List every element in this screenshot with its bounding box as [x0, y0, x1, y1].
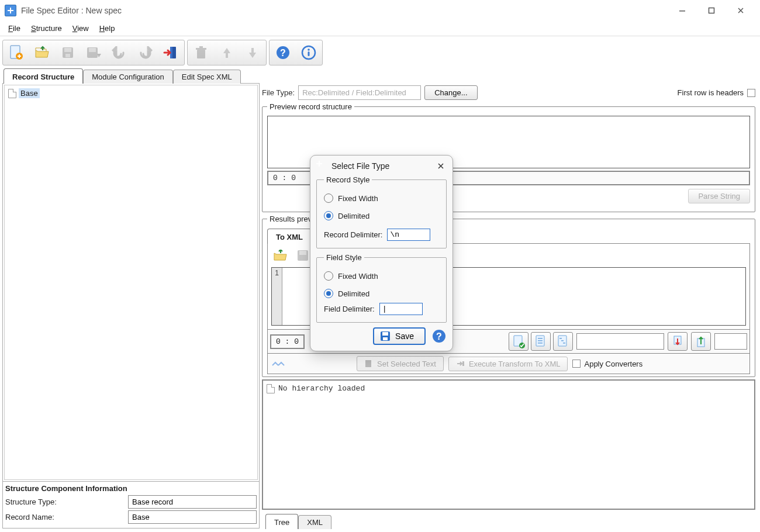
tab-to-xml[interactable]: To XML: [267, 229, 312, 244]
structure-type-label: Structure Type:: [5, 498, 128, 506]
redo-icon[interactable]: [133, 42, 157, 64]
svg-rect-33: [561, 340, 564, 341]
preview-legend: Preview record structure: [267, 102, 354, 111]
record-delimiter-label: Record Delimiter:: [324, 230, 382, 239]
svg-rect-10: [65, 54, 70, 57]
record-fixed-width-radio[interactable]: Fixed Width: [324, 194, 440, 203]
move-up-icon[interactable]: [215, 42, 239, 64]
svg-rect-43: [383, 337, 388, 340]
dialog-title: Select File Type: [331, 161, 389, 171]
hierarchy-panel[interactable]: No hierarchy loaded: [262, 379, 755, 510]
field-fixed-width-radio[interactable]: Fixed Width: [324, 271, 440, 281]
tab-module-configuration[interactable]: Module Configuration: [83, 70, 173, 84]
menu-help[interactable]: Help: [95, 22, 120, 34]
svg-rect-22: [308, 51, 310, 56]
close-button[interactable]: [726, 1, 755, 20]
tree-view[interactable]: Base: [4, 85, 258, 480]
record-style-group: Record Style Fixed Width Delimited Recor…: [316, 175, 447, 248]
delete-icon[interactable]: [189, 42, 213, 64]
document-icon: [267, 384, 275, 393]
app-icon: [316, 161, 327, 171]
window-title: File Spec Editor : New spec: [21, 6, 122, 15]
svg-rect-34: [563, 343, 565, 344]
svg-rect-15: [197, 50, 205, 58]
tab-record-structure[interactable]: Record Structure: [4, 68, 83, 84]
field-delimited-radio[interactable]: Delimited: [324, 289, 440, 298]
select-file-type-dialog: Select File Type Record Style Fixed Widt…: [310, 155, 453, 351]
first-row-headers-checkbox[interactable]: [747, 89, 755, 97]
results-open-icon[interactable]: [271, 247, 290, 264]
toolbar-group-file: [2, 40, 185, 65]
menubar: File Structure View Help: [0, 21, 760, 36]
minimize-button[interactable]: [668, 1, 697, 20]
change-button[interactable]: Change...: [424, 85, 477, 100]
help-icon[interactable]: ?: [271, 42, 295, 64]
structure-info-header: Structure Component Information: [5, 484, 257, 495]
upload-icon[interactable]: [691, 332, 711, 351]
move-down-icon[interactable]: [240, 42, 265, 64]
svg-point-21: [308, 49, 310, 51]
record-delimiter-input[interactable]: [387, 229, 430, 241]
grid-row-header: 1: [272, 268, 282, 325]
titlebar: File Spec Editor : New spec: [0, 0, 760, 21]
new-file-icon[interactable]: [4, 42, 29, 64]
set-selected-text-button[interactable]: Set Selected Text: [357, 356, 444, 371]
dialog-help-icon[interactable]: ?: [431, 329, 447, 344]
dialog-save-button[interactable]: Save: [373, 327, 426, 345]
svg-rect-29: [538, 340, 543, 341]
file-type-label: File Type:: [262, 88, 295, 97]
first-row-headers-label: First row is headers: [678, 88, 744, 97]
svg-rect-28: [538, 338, 543, 339]
menu-view[interactable]: View: [68, 22, 94, 34]
file-type-field: [298, 85, 421, 100]
result-action-icon-3[interactable]: [553, 332, 573, 351]
structure-type-field[interactable]: [128, 495, 257, 509]
parse-string-button[interactable]: Parse String: [688, 189, 750, 203]
result-action-icon-2[interactable]: [531, 332, 551, 351]
maximize-button[interactable]: [697, 1, 726, 20]
execute-transform-button[interactable]: Execute Transform To XML: [448, 357, 568, 371]
tab-edit-spec-xml[interactable]: Edit Spec XML: [173, 70, 241, 84]
open-file-icon[interactable]: [30, 42, 54, 64]
result-action-icon-1[interactable]: [509, 332, 528, 351]
svg-rect-3: [709, 8, 714, 13]
toolbar: ?: [0, 36, 760, 67]
svg-rect-2: [679, 11, 685, 12]
undo-icon[interactable]: [107, 42, 132, 64]
svg-rect-1: [10, 8, 11, 13]
save-icon[interactable]: [56, 42, 80, 64]
svg-rect-24: [299, 251, 306, 255]
info-icon[interactable]: [296, 42, 321, 64]
save-as-icon[interactable]: [81, 42, 106, 64]
field-style-legend: Field Style: [324, 253, 364, 262]
tab-tree[interactable]: Tree: [265, 514, 298, 529]
collapse-handle-icon[interactable]: [270, 360, 286, 367]
results-count-input[interactable]: [714, 333, 747, 350]
save-icon: [380, 331, 391, 341]
svg-rect-32: [559, 338, 562, 339]
tree-node-base[interactable]: Base: [7, 88, 255, 99]
svg-rect-37: [365, 360, 371, 367]
record-name-field[interactable]: [128, 510, 257, 524]
menu-structure[interactable]: Structure: [26, 22, 67, 34]
dialog-close-button[interactable]: [435, 160, 447, 172]
tab-xml[interactable]: XML: [298, 515, 331, 529]
field-delimiter-label: Field Delimiter:: [324, 305, 375, 313]
document-icon: [8, 89, 16, 98]
structure-info-panel: Structure Component Information Structur…: [3, 481, 259, 528]
tree-node-label: Base: [19, 88, 40, 98]
results-filter-input[interactable]: [576, 333, 664, 350]
record-delimited-radio[interactable]: Delimited: [324, 211, 440, 220]
menu-file[interactable]: File: [4, 22, 25, 34]
svg-rect-30: [538, 343, 543, 344]
svg-text:?: ?: [280, 48, 286, 58]
download-icon[interactable]: [668, 332, 688, 351]
svg-rect-16: [196, 48, 206, 50]
exit-icon[interactable]: [158, 42, 183, 64]
apply-converters-checkbox[interactable]: Apply Converters: [572, 360, 642, 368]
svg-rect-17: [199, 46, 203, 48]
field-delimiter-input[interactable]: [379, 303, 423, 315]
field-style-group: Field Style Fixed Width Delimited Field …: [316, 253, 447, 323]
svg-rect-7: [19, 54, 20, 58]
svg-rect-9: [64, 48, 71, 52]
